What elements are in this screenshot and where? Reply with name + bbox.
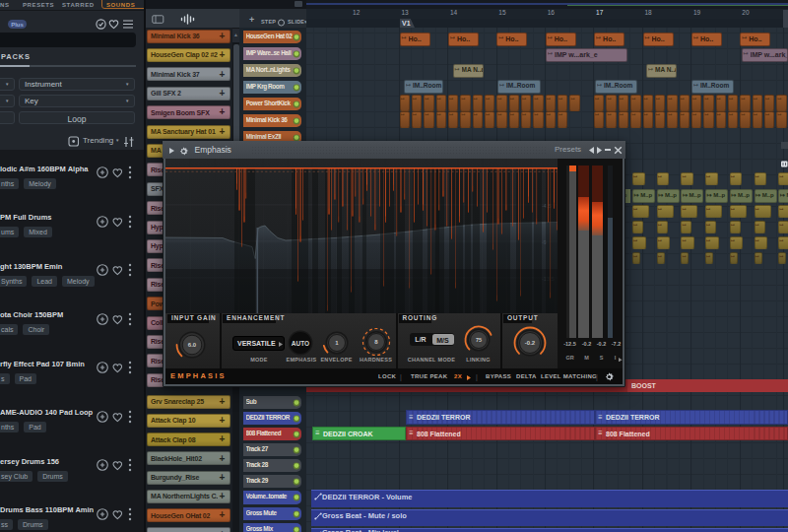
svg-text:6.0: 6.0 xyxy=(187,342,196,348)
svg-text:-0.2: -0.2 xyxy=(525,340,536,346)
svg-text:75: 75 xyxy=(476,337,482,343)
svg-text:AUTO: AUTO xyxy=(292,340,309,347)
